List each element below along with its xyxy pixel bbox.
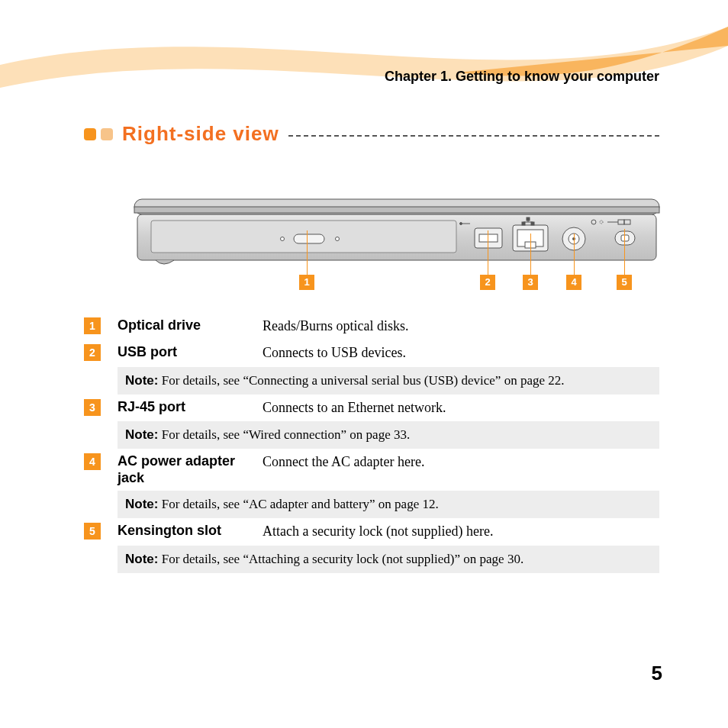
svg-point-21: [572, 237, 575, 240]
chapter-header: Chapter 1. Getting to know your computer: [385, 69, 659, 85]
note-row: Note: For details, see “Connecting a uni…: [118, 367, 659, 395]
row-number-badge: 2: [84, 344, 101, 361]
dashed-rule: [288, 135, 659, 137]
note-label: Note:: [125, 497, 158, 511]
row-description: Connects to an Ethernet network.: [263, 399, 446, 417]
svg-rect-5: [294, 234, 324, 243]
table-row: 4 AC power adapter jack Connect the AC a…: [84, 449, 659, 491]
svg-point-10: [460, 223, 462, 225]
svg-point-4: [281, 237, 285, 241]
svg-rect-15: [522, 222, 525, 225]
page-number: 5: [652, 662, 662, 685]
row-description: Connect the AC adapter here.: [263, 453, 424, 471]
table-row: 3 RJ-45 port Connects to an Ethernet net…: [84, 395, 659, 421]
row-term: Optical drive: [118, 317, 263, 334]
row-number-badge: 5: [84, 523, 101, 540]
note-row: Note: For details, see “AC adapter and b…: [118, 491, 659, 518]
section-title: Right-side view: [122, 122, 279, 146]
svg-point-6: [336, 237, 340, 241]
note-text: For details, see “Connecting a universal…: [162, 373, 565, 388]
svg-rect-13: [525, 242, 536, 248]
note-row: Note: For details, see “Wired connection…: [118, 421, 659, 449]
row-term: USB port: [118, 344, 263, 361]
svg-rect-28: [621, 235, 629, 241]
right-side-diagram: [130, 177, 664, 299]
table-row: 1 Optical drive Reads/Burns optical disk…: [84, 313, 659, 340]
bullet-square-icon: [84, 128, 96, 140]
row-number-badge: 1: [84, 317, 101, 334]
note-text: For details, see “Attaching a security l…: [162, 552, 523, 566]
feature-table: 1 Optical drive Reads/Burns optical disk…: [84, 313, 659, 573]
row-number-badge: 4: [84, 453, 101, 470]
row-description: Connects to USB devices.: [263, 344, 406, 362]
svg-rect-14: [527, 217, 530, 221]
svg-rect-16: [531, 222, 534, 225]
note-label: Note:: [125, 552, 158, 566]
section-heading-row: Right-side view: [84, 122, 659, 146]
row-term: RJ-45 port: [118, 399, 263, 416]
note-label: Note:: [125, 427, 158, 442]
note-row: Note: For details, see “Attaching a secu…: [118, 546, 659, 573]
table-row: 5 Kensington slot Attach a security lock…: [84, 518, 659, 545]
table-row: 2 USB port Connects to USB devices.: [84, 340, 659, 366]
row-term: Kensington slot: [118, 523, 263, 540]
note-text: For details, see “Wired connection” on p…: [162, 427, 411, 442]
row-description: Reads/Burns optical disks.: [263, 317, 409, 335]
bullet-square-icon: [101, 128, 113, 140]
row-description: Attach a security lock (not supplied) he…: [263, 523, 493, 540]
svg-rect-1: [134, 207, 659, 213]
row-term: AC power adapter jack: [118, 453, 263, 486]
svg-rect-8: [479, 234, 498, 242]
note-label: Note:: [125, 373, 158, 388]
note-text: For details, see “AC adapter and battery…: [162, 497, 439, 511]
row-number-badge: 3: [84, 399, 101, 416]
